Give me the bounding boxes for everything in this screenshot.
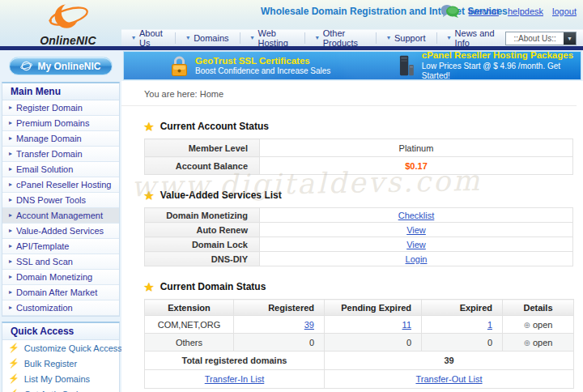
registered-count-link[interactable]: 39 [304, 320, 314, 330]
expired-count-link[interactable]: 1 [487, 320, 492, 330]
nav-item-support[interactable]: ▾ Support [376, 32, 436, 44]
table-row: Account Balance $0.17 [145, 157, 573, 175]
table-header-row: Extension Registered Pending Expired Exp… [145, 300, 574, 316]
sidebar-item-register-domain[interactable]: ▸Register Domain [2, 100, 119, 116]
nav-item-news[interactable]: ▾ News and Info [436, 32, 506, 44]
arrow-right-icon: ▸ [9, 166, 12, 173]
banner-title: GeoTrust SSL Certificates [195, 55, 330, 66]
flash-icon: ⚡ [8, 374, 19, 383]
main-menu-title: Main Menu [2, 83, 119, 100]
nav-label: About Us [139, 28, 164, 48]
dropdown-value: ::About Us:: [506, 32, 564, 45]
quick-access-title: Quick Access [2, 323, 119, 340]
sidebar-item-customization[interactable]: ▸Customization [2, 300, 119, 316]
chevron-down-icon: ▾ [186, 35, 189, 41]
arrow-right-icon: ▸ [9, 135, 12, 142]
sidebar-item-get-auth-code[interactable]: ⚡Get Auth-Code [2, 386, 119, 392]
cpanel-hosting-banner[interactable]: cPanel Reseller Hosting Packages Low Pri… [352, 52, 581, 79]
sidebar-item-manage-domain[interactable]: ▸Manage Domain [2, 131, 119, 147]
sidebar-item-email-solution[interactable]: ▸Email Solution [2, 162, 119, 177]
sidebar-item-list-my-domains[interactable]: ⚡List My Domains [2, 371, 119, 386]
nav-item-about-us[interactable]: ▾ About Us [121, 32, 175, 44]
sidebar-item-label: List My Domains [24, 374, 90, 384]
sidebar-item-label: Value-Added Services [16, 226, 104, 236]
chevron-down-icon: ▾ [387, 35, 390, 41]
chevron-down-icon: ▾ [316, 35, 319, 41]
section-title: Current Domain Status [160, 281, 266, 292]
livechat-icon [440, 4, 460, 18]
main-menu: Main Menu ▸Register Domain ▸Premium Doma… [2, 82, 120, 317]
nav-item-other-products[interactable]: ▾ Other Products [304, 32, 376, 44]
nav-label: Domains [194, 33, 228, 43]
dns-diy-login-link[interactable]: Login [406, 254, 428, 264]
section-title: Value-Added Services List [160, 190, 282, 201]
total-row: Total registered domains 39 [145, 352, 574, 370]
chevron-down-icon[interactable]: ▾ [564, 32, 576, 45]
col-header-extension: Extension [145, 300, 234, 316]
about-us-dropdown[interactable]: ::About Us:: ▾ [505, 32, 577, 45]
sidebar-item-value-added-services[interactable]: ▸Value-Added Services [2, 224, 119, 239]
nav-label: Support [394, 33, 426, 43]
main-nav: ▾ About Us ▾ Domains ▾ Web Hosting ▾ Oth… [121, 29, 583, 46]
details-open-button[interactable]: ⊕open [503, 334, 574, 352]
auto-renew-view-link[interactable]: View [406, 225, 426, 235]
sidebar-item-account-management[interactable]: ▸Account Management [2, 208, 119, 224]
domain-lock-view-link[interactable]: View [406, 240, 426, 249]
row-label: Member Level [145, 139, 260, 157]
details-open-button[interactable]: ⊕open [503, 316, 574, 334]
arrow-right-icon: ▸ [9, 228, 12, 234]
sidebar-item-label: SSL and Scan [16, 257, 73, 266]
breadcrumb: You are here: Home [121, 81, 577, 106]
section-title: Current Account Status [160, 121, 269, 132]
sidebar-item-bulk-register[interactable]: ⚡Bulk Register [2, 356, 119, 371]
open-label: open [533, 338, 552, 347]
sidebar-item-label: Manage Domain [16, 134, 82, 143]
sidebar-item-api-template[interactable]: ▸API/Template [2, 239, 119, 254]
expired-count: 0 [422, 334, 503, 352]
sidebar-item-label: Transfer Domain [16, 149, 83, 159]
sidebar-item-customize-quick-access[interactable]: ⚡Customize Quick Access [2, 340, 119, 356]
arrow-right-icon: ▸ [9, 212, 12, 219]
star-icon: ★ [144, 121, 154, 132]
nav-label: Web Hosting [258, 28, 294, 48]
arrow-right-icon: ▸ [9, 274, 12, 280]
flash-icon: ⚡ [8, 359, 19, 368]
open-icon: ⊕ [524, 321, 530, 330]
pending-expired-count: 0 [325, 334, 422, 352]
pending-expired-count-link[interactable]: 11 [402, 320, 411, 330]
mini-globe-icon [20, 61, 32, 71]
row-label: Account Balance [145, 157, 260, 175]
sidebar-item-label: Bulk Register [24, 359, 77, 369]
sidebar-item-cpanel-reseller-hosting[interactable]: ▸cPanel Reseller Hosting [2, 177, 119, 193]
checklist-link[interactable]: Checklist [398, 211, 435, 220]
open-icon: ⊕ [524, 339, 530, 347]
table-row: Others 0 0 0 ⊕open [145, 334, 574, 352]
transfer-in-list-link[interactable]: Transfer-In List [205, 374, 265, 384]
livechat-link[interactable]: livechat [469, 6, 499, 16]
nav-label: News and Info [455, 28, 496, 48]
sidebar-item-premium-domains[interactable]: ▸Premium Domains [2, 116, 119, 131]
sidebar-item-ssl-and-scan[interactable]: ▸SSL and Scan [2, 254, 119, 270]
sidebar-item-transfer-domain[interactable]: ▸Transfer Domain [2, 147, 119, 162]
geotrust-ssl-banner[interactable]: GeoTrust SSL Certificates Boost Confiden… [124, 52, 352, 79]
nav-item-web-hosting[interactable]: ▾ Web Hosting [240, 32, 304, 44]
helpdesk-link[interactable]: helpdesk [508, 6, 543, 16]
chevron-down-icon: ▾ [448, 35, 451, 41]
my-onlinenic-button[interactable]: My OnlineNIC [9, 57, 113, 75]
col-header-pending-expired: Pending Expired [325, 300, 422, 316]
sidebar: My OnlineNIC Main Menu ▸Register Domain … [2, 51, 120, 392]
sidebar-item-domain-after-market[interactable]: ▸Domain After Market [2, 285, 119, 300]
value-added-heading: ★ Value-Added Services List [144, 190, 583, 201]
logout-link[interactable]: logout [552, 6, 577, 16]
logo[interactable]: OnlineNIC [23, 1, 113, 47]
transfer-out-list-link[interactable]: Transfer-Out List [415, 374, 482, 384]
sidebar-item-label: Customize Quick Access [24, 343, 122, 353]
sidebar-item-domain-monetizing[interactable]: ▸Domain Monetizing [2, 270, 119, 285]
total-label: Total registered domains [145, 352, 325, 370]
star-icon: ★ [144, 190, 154, 201]
arrow-right-icon: ▸ [9, 243, 12, 249]
row-label: DNS-DIY [145, 252, 260, 266]
nav-item-domains[interactable]: ▾ Domains [175, 32, 239, 44]
banner-title: cPanel Reseller Hosting Packages [422, 49, 581, 61]
sidebar-item-dns-power-tools[interactable]: ▸DNS Power Tools [2, 193, 119, 208]
